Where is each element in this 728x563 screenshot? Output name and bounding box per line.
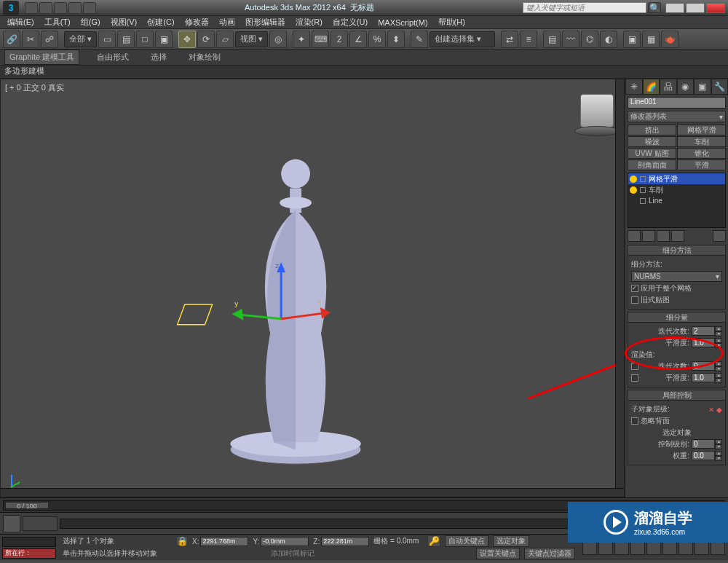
stack-item-lathe[interactable]: 车削 (628, 184, 725, 195)
spin-up-icon[interactable]: ▴ (715, 338, 722, 343)
control-level-spinner[interactable] (692, 439, 715, 449)
stack-item-meshsmooth[interactable]: 网格平滑 (628, 173, 725, 184)
mod-lathe-button[interactable]: 车削 (677, 136, 726, 147)
app-logo-icon[interactable]: 3 (3, 1, 19, 15)
time-slider-thumb[interactable]: 0 / 100 (5, 502, 49, 509)
ribbon-tab-freeform[interactable]: 自由形式 (92, 50, 133, 64)
trackbar-toggle-icon[interactable] (3, 515, 20, 532)
snap-percent-icon[interactable]: % (368, 31, 386, 48)
bulb-icon[interactable] (630, 186, 637, 194)
spin-up-icon[interactable]: ▴ (715, 451, 722, 456)
selset-drop[interactable]: 选定对象 (493, 535, 529, 547)
select-region-icon[interactable]: □ (136, 31, 154, 48)
qat-new-icon[interactable] (25, 2, 38, 14)
viewport-scroll-h[interactable] (1, 488, 624, 497)
spin-up-icon[interactable]: ▴ (715, 361, 722, 366)
method-dropdown[interactable]: NURMS▾ (631, 271, 722, 282)
autokey-button[interactable]: 自动关键点 (445, 535, 488, 547)
ribbon-tab-selection[interactable]: 选择 (146, 50, 171, 64)
select-icon[interactable]: ▭ (98, 31, 116, 48)
minimize-button[interactable] (665, 3, 684, 13)
qat-save-icon[interactable] (54, 2, 67, 14)
trackbar-filter[interactable] (23, 516, 58, 531)
render-icon[interactable]: 🫖 (661, 31, 678, 48)
ribbon-tab-modeling[interactable]: Graphite 建模工具 (4, 50, 79, 65)
cmd-tab-motion-icon[interactable]: ◉ (677, 79, 695, 95)
stack-pin-icon[interactable] (628, 230, 641, 242)
select-name-icon[interactable]: ▤ (117, 31, 135, 48)
menu-help[interactable]: 帮助(H) (434, 17, 470, 28)
cmd-tab-utilities-icon[interactable]: 🔧 (711, 79, 729, 95)
mod-bevel-button[interactable]: 剖角面面 (628, 160, 676, 170)
menu-create[interactable]: 创建(C) (143, 17, 178, 28)
stack-show-icon[interactable] (642, 230, 655, 242)
expand-icon[interactable] (640, 198, 646, 204)
isolate-icon[interactable]: 🔑 (427, 535, 440, 547)
poly-modeling-bar[interactable]: 多边形建模 (0, 66, 728, 79)
stack-item-line[interactable]: Line (628, 195, 725, 206)
snap-2d-icon[interactable]: 2 (331, 31, 348, 48)
menu-grapheditors[interactable]: 图形编辑器 (241, 17, 290, 28)
rotate-icon[interactable]: ⟳ (197, 31, 215, 48)
spin-down-icon[interactable]: ▾ (715, 366, 722, 371)
menu-modifiers[interactable]: 修改器 (181, 17, 213, 28)
selection-filter-dropdown[interactable]: 全部 ▾ (64, 31, 97, 47)
manipulate-icon[interactable]: ✦ (293, 31, 310, 48)
checkbox-render-smooth[interactable] (631, 374, 638, 382)
smoothness-spinner[interactable] (692, 338, 715, 347)
render-iterations-spinner[interactable] (692, 361, 715, 371)
render-frame-icon[interactable]: ▦ (642, 31, 660, 48)
qat-undo-icon[interactable] (68, 2, 82, 14)
spin-up-icon[interactable]: ▴ (715, 326, 722, 331)
maximize-button[interactable] (686, 3, 705, 13)
coord-z-input[interactable] (321, 537, 369, 546)
refcoord-dropdown[interactable]: 视图 ▾ (235, 31, 268, 47)
qat-open-icon[interactable] (39, 2, 52, 14)
spin-up-icon[interactable]: ▴ (715, 373, 722, 378)
add-time-tag[interactable]: 添加时间标记 (271, 548, 314, 559)
macro-recorder[interactable]: 所在行： (2, 548, 56, 559)
render-setup-icon[interactable]: ▣ (623, 31, 641, 48)
layers-icon[interactable]: ▤ (543, 31, 561, 48)
mod-smooth-button[interactable]: 平滑 (677, 160, 726, 170)
cmd-tab-display-icon[interactable]: ▣ (694, 79, 711, 95)
link-icon[interactable]: 🔗 (3, 31, 20, 48)
mod-meshsmooth-button[interactable]: 网格平滑 (677, 125, 726, 135)
checkbox-apply-whole[interactable] (631, 285, 638, 292)
cmd-tab-create-icon[interactable]: ✳ (625, 79, 643, 95)
close-button[interactable] (706, 3, 725, 13)
render-smoothness-spinner[interactable] (692, 373, 715, 382)
schematic-icon[interactable]: ⌬ (581, 31, 598, 48)
scale-icon[interactable]: ▱ (216, 31, 234, 48)
mirror-icon[interactable]: ⇄ (501, 31, 518, 48)
expand-icon[interactable] (640, 176, 646, 182)
mod-taper-button[interactable]: 锥化 (677, 148, 726, 159)
named-selset-dropdown[interactable]: 创建选择集 ▾ (430, 31, 495, 47)
mod-uvwmap-button[interactable]: UVW 贴图 (628, 148, 676, 159)
help-search-icon[interactable]: 🔍 (648, 2, 661, 13)
lock-selection-icon[interactable]: 🔒 (176, 536, 188, 546)
modifier-list-dropdown[interactable]: 修改器列表▾ (628, 111, 726, 122)
move-icon[interactable]: ✥ (178, 31, 196, 48)
mod-extrude-button[interactable]: 挤出 (628, 125, 676, 135)
menu-tools[interactable]: 工具(T) (40, 17, 75, 28)
setkey-button[interactable]: 设置关键点 (476, 548, 520, 559)
keyboard-shortcut-icon[interactable]: ⌨ (312, 31, 329, 48)
menu-group[interactable]: 组(G) (76, 17, 105, 28)
checkbox-old-map[interactable] (631, 296, 638, 304)
subobj-icons[interactable]: ✕ ◆ (708, 406, 722, 414)
stack-configure-icon[interactable] (713, 230, 726, 242)
cmd-tab-hierarchy-icon[interactable]: 品 (660, 79, 677, 95)
spin-down-icon[interactable]: ▾ (715, 444, 722, 449)
coord-x-input[interactable] (200, 537, 248, 546)
mod-noise-button[interactable]: 噪波 (628, 136, 676, 147)
menu-render[interactable]: 渲染(R) (291, 17, 327, 28)
iterations-spinner[interactable] (692, 326, 715, 336)
qat-redo-icon[interactable] (83, 2, 96, 14)
snap-angle-icon[interactable]: ∠ (349, 31, 367, 48)
script-mini-listener[interactable] (2, 537, 56, 547)
spin-down-icon[interactable]: ▾ (715, 378, 722, 383)
ribbon-tab-objpaint[interactable]: 对象绘制 (184, 50, 225, 64)
menu-maxscript[interactable]: MAXScript(M) (373, 18, 432, 27)
bind-icon[interactable]: ☍ (41, 31, 58, 48)
